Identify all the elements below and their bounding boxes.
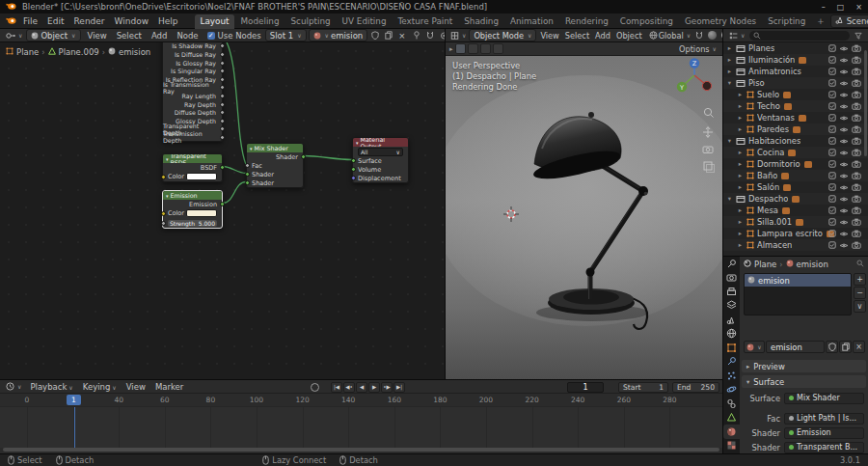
- shading-wireframe-icon[interactable]: [706, 30, 719, 41]
- outliner-display-mode-dropdown[interactable]: ∨: [727, 32, 746, 40]
- next-keyframe-button[interactable]: •▶: [381, 382, 393, 393]
- snap-magnet-icon[interactable]: [693, 31, 705, 40]
- outliner-row[interactable]: ▾Piso: [723, 77, 868, 89]
- property-value-button[interactable]: Emission: [784, 427, 864, 439]
- outliner-filter-icon[interactable]: [853, 32, 864, 40]
- workspace-tab-scripting[interactable]: Scripting: [762, 14, 811, 29]
- select-mode-option-1[interactable]: [468, 43, 478, 54]
- disable-render-toggle[interactable]: [852, 206, 861, 214]
- properties-search-icon[interactable]: [856, 260, 864, 269]
- pin-icon[interactable]: [411, 31, 422, 40]
- workspace-tab-shading[interactable]: Shading: [458, 14, 504, 29]
- exclude-checkbox[interactable]: [828, 44, 836, 52]
- disable-render-toggle[interactable]: [852, 230, 861, 237]
- material-slot-list[interactable]: emision: [744, 273, 852, 315]
- material-name-field[interactable]: emision: [766, 341, 825, 353]
- socket-output[interactable]: [220, 135, 225, 140]
- disclosure-closed-icon[interactable]: ▸: [737, 125, 744, 133]
- active-tool-button[interactable]: [455, 43, 466, 54]
- menu-window[interactable]: Window: [110, 16, 154, 26]
- maximize-button[interactable]: □: [837, 3, 845, 12]
- properties-tab-scene[interactable]: [723, 313, 740, 327]
- socket-color-input[interactable]: [161, 211, 166, 216]
- outliner-row[interactable]: ▸Salón: [723, 181, 868, 193]
- disable-render-toggle[interactable]: [852, 160, 861, 168]
- viewport-menu-add[interactable]: Add: [592, 31, 613, 41]
- socket-output[interactable]: [220, 77, 225, 82]
- preview-panel-header[interactable]: ▸Preview: [742, 360, 866, 372]
- jump-start-button[interactable]: |◀: [331, 382, 342, 393]
- node-transparent-bsdf[interactable]: ▾Transparent BSDF BSDF Color: [162, 153, 223, 182]
- hide-viewport-toggle[interactable]: [839, 69, 849, 75]
- menu-edit[interactable]: Edit: [42, 16, 68, 26]
- use-nodes-checkbox[interactable]: ✓Use Nodes: [205, 31, 263, 41]
- exclude-checkbox[interactable]: [828, 137, 836, 145]
- snapping-magnet-icon[interactable]: [424, 31, 436, 40]
- disable-render-toggle[interactable]: [852, 114, 861, 122]
- toolbar-toggle-icon[interactable]: ▸: [449, 45, 453, 53]
- output-target-dropdown[interactable]: All∨: [358, 148, 403, 156]
- jump-end-button[interactable]: ▶|: [393, 382, 405, 393]
- new-material-icon[interactable]: [383, 31, 394, 40]
- outliner-row[interactable]: ▸Almacen: [723, 239, 868, 251]
- disclosure-closed-icon[interactable]: ▸: [726, 44, 733, 52]
- timeline-editor-type-button[interactable]: ∨: [4, 382, 23, 391]
- hide-viewport-toggle[interactable]: [839, 80, 849, 87]
- socket-bsdf-output[interactable]: [220, 165, 225, 170]
- copy-material-button[interactable]: [839, 341, 852, 353]
- play-reverse-button[interactable]: ◀: [356, 382, 367, 393]
- outliner-row[interactable]: ▸Iluminación: [723, 54, 868, 66]
- app-menu-button[interactable]: [4, 16, 18, 25]
- hide-viewport-toggle[interactable]: [839, 161, 849, 168]
- menu-file[interactable]: File: [18, 16, 42, 26]
- disclosure-open-icon[interactable]: ▾: [726, 79, 733, 87]
- socket-output[interactable]: [220, 119, 225, 123]
- outliner-row[interactable]: ▸Baño: [723, 170, 868, 181]
- disable-render-toggle[interactable]: [852, 218, 861, 226]
- disable-render-toggle[interactable]: [852, 195, 861, 203]
- disable-render-toggle[interactable]: [852, 44, 861, 52]
- disable-render-toggle[interactable]: [852, 241, 861, 249]
- workspace-tab-layout[interactable]: Layout: [195, 14, 235, 29]
- frame-end-field[interactable]: End250: [672, 382, 719, 393]
- workspace-tab-compositing[interactable]: Compositing: [614, 14, 679, 29]
- socket-output[interactable]: [220, 110, 225, 115]
- hide-viewport-toggle[interactable]: [839, 184, 849, 191]
- outliner-row[interactable]: ▸Lampara escrito: [723, 228, 868, 239]
- disable-render-toggle[interactable]: [852, 125, 861, 133]
- remove-slot-button[interactable]: −: [854, 287, 866, 299]
- browse-material-button[interactable]: ∨: [744, 341, 765, 353]
- current-frame-field[interactable]: 1: [567, 382, 604, 393]
- options-dropdown[interactable]: Options∨: [677, 44, 719, 54]
- add-workspace-button[interactable]: +: [811, 14, 829, 29]
- hide-viewport-toggle[interactable]: [839, 150, 849, 156]
- socket-output[interactable]: [220, 43, 225, 48]
- disclosure-open-icon[interactable]: ▾: [726, 195, 733, 203]
- disable-render-toggle[interactable]: [852, 56, 861, 64]
- socket-output[interactable]: [220, 94, 225, 98]
- disclosure-closed-icon[interactable]: ▸: [737, 241, 744, 249]
- exclude-checkbox[interactable]: [828, 56, 836, 64]
- disable-render-toggle[interactable]: [852, 79, 861, 87]
- hide-viewport-toggle[interactable]: [839, 45, 849, 52]
- exclude-checkbox[interactable]: [828, 183, 836, 191]
- disclosure-closed-icon[interactable]: ▸: [737, 102, 744, 110]
- node-header[interactable]: ▾Material Output: [353, 138, 408, 147]
- timeline-ruler[interactable]: 1 02040608010012014016018020022024026028…: [0, 394, 722, 406]
- hide-viewport-toggle[interactable]: [839, 219, 849, 226]
- disclosure-open-icon[interactable]: ▾: [726, 137, 733, 145]
- play-button[interactable]: ▶: [368, 382, 380, 393]
- node-emission[interactable]: ▾Emission Emission Color Strength5.000: [162, 190, 223, 229]
- socket-shader-output[interactable]: [301, 154, 306, 159]
- hide-viewport-toggle[interactable]: [839, 242, 849, 249]
- properties-tab-particles[interactable]: [723, 369, 740, 383]
- disclosure-closed-icon[interactable]: ▸: [726, 68, 733, 75]
- exclude-checkbox[interactable]: [828, 230, 836, 237]
- socket-shader2-input[interactable]: [245, 180, 250, 185]
- workspace-tab-texture-paint[interactable]: Texture Paint: [392, 14, 458, 29]
- socket-volume-input[interactable]: [351, 167, 356, 172]
- hide-viewport-toggle[interactable]: [839, 103, 849, 110]
- surface-panel-header[interactable]: ▾Surface: [742, 375, 866, 388]
- exclude-checkbox[interactable]: [828, 68, 836, 75]
- workspace-tab-rendering[interactable]: Rendering: [559, 14, 614, 29]
